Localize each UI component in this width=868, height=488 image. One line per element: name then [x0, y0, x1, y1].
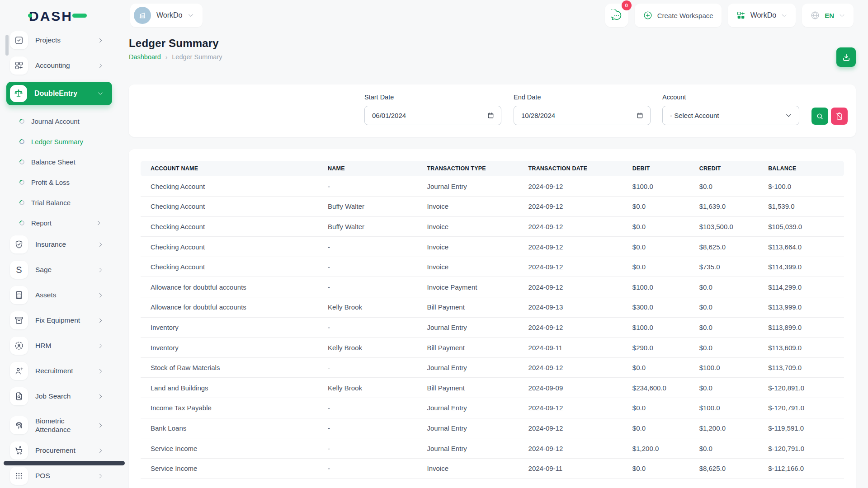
table-cell: $8,625.0: [689, 458, 758, 479]
table-cell: -: [318, 237, 417, 257]
download-icon: [841, 52, 851, 62]
table-cell: $0.0: [623, 398, 689, 418]
table-row: Checking Account-Invoice2024-09-12$0.0$8…: [141, 237, 844, 257]
sidebar-subitem-journal-account[interactable]: Journal Account: [19, 113, 118, 129]
sidebar-item-accounting[interactable]: Accounting: [10, 56, 118, 75]
table-row: Checking AccountBuffy WalterInvoice2024-…: [141, 197, 844, 217]
sidebar-item-fix-equipment[interactable]: Fix Equipment: [10, 311, 118, 329]
download-button[interactable]: [836, 47, 856, 67]
apply-filter-button[interactable]: [811, 108, 828, 125]
insurance-icon: [14, 239, 24, 249]
column-header-name: NAME: [318, 161, 417, 176]
start-date-input[interactable]: 06/01/2024: [364, 106, 501, 125]
procurement-icon: [14, 446, 24, 455]
sidebar-item-recruitment[interactable]: Recruitment: [10, 362, 118, 380]
table-cell: $0.0: [623, 216, 689, 237]
sage-icon-box: S: [10, 261, 28, 279]
table-row: Inventory-Journal Entry2024-09-12$100.0$…: [141, 317, 844, 338]
bullet-icon: [19, 158, 25, 165]
table-cell: -: [318, 438, 417, 459]
table-cell: $100.0: [689, 357, 758, 378]
table-cell: -: [318, 398, 417, 418]
messages-button[interactable]: 0: [605, 4, 628, 27]
ledger-table-card: ACCOUNT NAMENAMETRANSACTION TYPETRANSACT…: [129, 149, 856, 488]
end-date-input[interactable]: 10/28/2024: [514, 106, 651, 125]
table-cell: 2024-09-12: [519, 277, 623, 297]
sidebar-item-hrm[interactable]: HRM: [10, 337, 118, 355]
table-cell: $114,399.0: [758, 257, 844, 277]
column-header-transaction-date: TRANSACTION DATE: [519, 161, 623, 176]
pos-icon-box: [10, 467, 28, 485]
sidebar-item-procurement[interactable]: Procurement: [10, 441, 118, 460]
table-cell: 2024-09-12: [519, 438, 623, 459]
sidebar-item-doubleentry[interactable]: DoubleEntry: [6, 82, 112, 105]
language-selector[interactable]: EN: [802, 4, 854, 27]
sidebar-subitem-trial-balance[interactable]: Trial Balance: [19, 195, 118, 210]
sidebar-subitem-profit-loss[interactable]: Profit & Loss: [19, 174, 118, 190]
calendar-icon[interactable]: [487, 112, 495, 119]
table-cell: Checking Account: [141, 197, 318, 217]
sidebar-subitem-report[interactable]: Report: [19, 215, 118, 230]
workspace-switcher[interactable]: WorkDo: [130, 4, 203, 27]
table-body: Checking Account-Journal Entry2024-09-12…: [141, 176, 844, 479]
table-row: Service Income-Invoice2024-09-11$0.0$8,6…: [141, 458, 844, 479]
sidebar-item-insurance[interactable]: Insurance: [10, 235, 118, 253]
table-cell: $0.0: [689, 297, 758, 318]
table-cell: Invoice: [417, 458, 519, 479]
table-row: InventoryKelly BrookBill Payment2024-09-…: [141, 338, 844, 358]
table-cell: Journal Entry: [417, 176, 519, 197]
chevron-right-icon: [97, 447, 104, 454]
table-cell: $105,039.0: [758, 216, 844, 237]
table-cell: $1,200.0: [689, 418, 758, 438]
table-cell: Journal Entry: [417, 357, 519, 378]
chevron-right-icon: [97, 368, 104, 375]
sidebar-item-job-search[interactable]: Job Search: [10, 387, 118, 405]
table-cell: $100.0: [623, 176, 689, 197]
sidebar-subitem-ledger-summary[interactable]: Ledger Summary: [19, 134, 118, 149]
sidebar-subitem-label: Trial Balance: [31, 199, 71, 206]
table-cell: Income Tax Payable: [141, 398, 318, 418]
table-cell: $-120,791.0: [758, 438, 844, 459]
assets-icon-box: [10, 286, 28, 304]
workdo-menu-button[interactable]: WorkDo: [728, 4, 796, 27]
sidebar-item-sage[interactable]: SSage: [10, 261, 118, 279]
sidebar-subitem-label: Journal Account: [31, 117, 80, 125]
table-cell: Invoice: [417, 257, 519, 277]
sidebar-item-label: POS: [35, 471, 50, 480]
sidebar-subitem-balance-sheet[interactable]: Balance Sheet: [19, 154, 118, 169]
account-select[interactable]: - Select Account: [662, 106, 799, 125]
sage-icon: S: [16, 265, 22, 275]
calendar-icon[interactable]: [636, 112, 644, 119]
language-code: EN: [825, 12, 834, 19]
insurance-icon-box: [10, 235, 28, 253]
sidebar-horizontal-scrollbar[interactable]: [4, 461, 125, 465]
table-cell: $0.0: [623, 418, 689, 438]
sidebar-item-projects[interactable]: Projects: [10, 31, 118, 49]
table-cell: 2024-09-13: [519, 297, 623, 318]
sidebar-item-label: Assets: [35, 291, 57, 299]
table-cell: -: [318, 357, 417, 378]
doubleentry-icon-box: [10, 85, 27, 102]
table-cell: $0.0: [689, 317, 758, 338]
reset-icon: [835, 112, 844, 121]
table-cell: $-120,891.0: [758, 378, 844, 398]
reset-filter-button[interactable]: [831, 108, 848, 125]
table-cell: 2024-09-12: [519, 176, 623, 197]
sidebar-item-assets[interactable]: Assets: [10, 286, 118, 304]
create-workspace-button[interactable]: Create Workspace: [635, 4, 722, 27]
breadcrumb-dashboard-link[interactable]: Dashboard: [129, 53, 161, 61]
table-cell: 2024-09-12: [519, 237, 623, 257]
sidebar-item-biometric-attendance[interactable]: Biometric Attendance: [10, 413, 118, 438]
sidebar-item-label: HRM: [35, 341, 51, 350]
main-content: Ledger Summary Dashboard › Ledger Summar…: [129, 32, 856, 488]
table-cell: $114,299.0: [758, 277, 844, 297]
bullet-icon: [19, 178, 25, 185]
table-cell: 2024-09-12: [519, 197, 623, 217]
table-cell: Kelly Brook: [318, 297, 417, 318]
table-cell: Bill Payment: [417, 297, 519, 318]
table-cell: $113,664.0: [758, 237, 844, 257]
accounting-icon-box: [10, 56, 28, 75]
table-cell: 2024-09-12: [519, 418, 623, 438]
sidebar-item-label: Procurement: [35, 446, 75, 455]
sidebar-item-pos[interactable]: POS: [10, 467, 118, 485]
